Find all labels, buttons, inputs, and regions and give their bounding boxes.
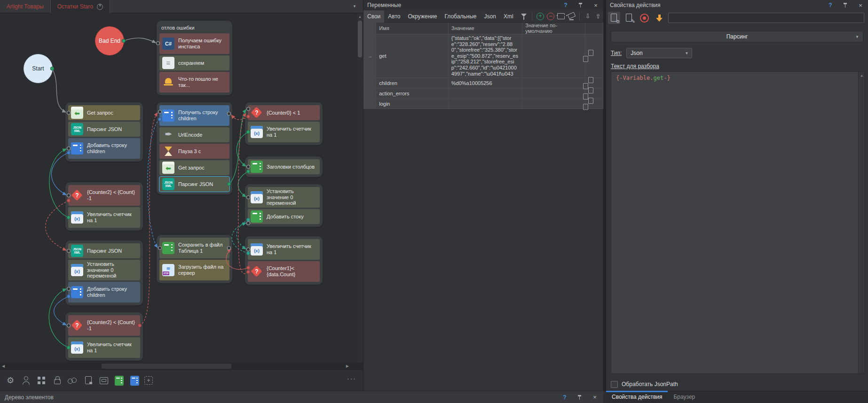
flowchart-canvas[interactable]: Start Bad End отлов ошибки Получаем ошиб…	[0, 13, 363, 363]
scrollbar-thumb[interactable]	[358, 21, 362, 57]
action-block[interactable]: Get запрос	[68, 105, 140, 120]
group-r2[interactable]: Заголовки столбцов	[245, 156, 323, 177]
vars-tab-xml[interactable]: Xml	[500, 10, 517, 23]
action-block[interactable]: сохраняем	[159, 55, 229, 70]
group-r1[interactable]: {Counter0} < 1 Увеличить счетчик на 1	[245, 102, 323, 145]
add-variable-icon[interactable]	[537, 13, 544, 20]
vars-tab-svoi[interactable]: Свои	[363, 10, 384, 23]
variable-default[interactable]	[522, 34, 585, 78]
condition-block[interactable]: {Counter0} < 1	[248, 105, 320, 120]
action-block[interactable]: Увеличить счетчик на 1	[248, 239, 320, 260]
columns-icon[interactable]	[556, 11, 566, 22]
properties-view-icon[interactable]	[608, 12, 620, 24]
action-block[interactable]: Получить строку children	[159, 105, 229, 126]
variable-default[interactable]	[522, 88, 585, 99]
condition-block[interactable]: {Counter2} < {Count} -1	[68, 315, 140, 336]
scrollbar-thumb[interactable]	[102, 364, 231, 369]
jsonpath-checkbox[interactable]	[611, 381, 618, 388]
scroll-right-icon[interactable]: ▶	[346, 364, 349, 368]
pin-icon[interactable]	[842, 1, 849, 9]
close-icon[interactable]	[591, 394, 599, 401]
action-block[interactable]: UrlEncode	[159, 127, 229, 142]
variable-row-children[interactable]: children %d0%a10005256	[364, 78, 603, 88]
help-icon[interactable]	[827, 1, 834, 9]
tab-list-dropdown-icon[interactable]	[353, 3, 356, 8]
lock-icon[interactable]	[51, 375, 63, 386]
tab-ostatki-staro[interactable]: Остатки Staro	[51, 0, 110, 13]
action-block[interactable]: Парсинг JSON	[68, 122, 140, 137]
tab-arlight-tovary[interactable]: Arlight Товары	[0, 0, 51, 13]
action-block[interactable]: Установить значение 0 переменной	[68, 260, 140, 280]
start-node[interactable]: Start	[24, 54, 53, 83]
variable-name[interactable]: login	[376, 99, 449, 109]
column-default[interactable]: Значение по-умолчанию	[522, 23, 585, 34]
move-up-icon[interactable]	[593, 11, 603, 22]
close-icon[interactable]	[857, 1, 864, 9]
action-block[interactable]: Пауза 3 с	[159, 144, 229, 159]
bad-end-node[interactable]: Bad End	[95, 26, 124, 55]
variable-default[interactable]	[522, 99, 585, 109]
variable-value[interactable]: %d0%a10005256	[448, 78, 522, 88]
group-r3[interactable]: Установить значение 0 переменной Добавит…	[245, 184, 323, 227]
archive-box-icon[interactable]	[98, 375, 109, 386]
variable-value[interactable]: {"status":"ok","data":[{"store":"328.260…	[448, 34, 522, 78]
group-m1[interactable]: Получить строку children UrlEncode Пауза…	[157, 102, 232, 194]
vars-tab-avto[interactable]: Авто	[384, 10, 404, 23]
action-block[interactable]: Парсинг JSON	[68, 243, 140, 258]
help-icon[interactable]	[562, 1, 569, 9]
action-type-select[interactable]: Парсинг ▼	[611, 31, 863, 42]
blue-table-icon[interactable]	[129, 375, 140, 386]
scroll-up-icon[interactable]: ▲	[357, 13, 363, 18]
variable-name[interactable]: children	[376, 78, 449, 88]
canvas-vertical-scrollbar[interactable]: ▲	[356, 13, 363, 363]
add-element-icon[interactable]	[144, 376, 153, 385]
settings-gear-icon[interactable]	[5, 375, 16, 386]
group-r4[interactable]: Увеличить счетчик на 1 {Counter1}< {data…	[245, 236, 323, 285]
action-block[interactable]: Сохранить в файл Таблица 1	[159, 238, 229, 258]
variable-name[interactable]: action_errors	[376, 88, 449, 99]
variable-value[interactable]	[448, 99, 522, 109]
vars-tab-globalnye[interactable]: Глобальные	[441, 10, 480, 23]
pin-icon[interactable]	[576, 394, 584, 401]
vars-tab-json[interactable]: Json	[481, 10, 500, 23]
elements-tree-bar[interactable]: Дерево элементов	[0, 391, 603, 403]
action-block[interactable]: Get запрос	[159, 160, 229, 175]
help-icon[interactable]	[561, 394, 568, 401]
green-table-icon[interactable]	[113, 375, 125, 386]
group-l1[interactable]: Get запрос Парсинг JSON Добавить строку …	[65, 102, 143, 162]
action-block-selected[interactable]: Парсинг JSON	[159, 177, 229, 192]
action-block[interactable]: Заголовки столбцов	[248, 159, 320, 174]
record-icon[interactable]	[638, 12, 650, 24]
action-block[interactable]: Установить значение 0 переменной	[248, 187, 320, 208]
variable-row-action-errors[interactable]: action_errors	[364, 88, 603, 99]
parse-text-editor[interactable]: {-Variable.get-}	[611, 71, 865, 374]
variable-value[interactable]	[448, 88, 522, 99]
scroll-left-icon[interactable]: ◀	[2, 364, 5, 368]
action-block[interactable]: Увеличить счетчик на 1	[68, 337, 140, 358]
group-m2[interactable]: Сохранить в файл Таблица 1 Загрузить фай…	[157, 235, 232, 283]
apply-down-arrow-icon[interactable]	[653, 12, 665, 24]
profile-user-icon[interactable]	[20, 375, 32, 386]
condition-block[interactable]: {Counter2} < {Count} -1	[68, 185, 140, 206]
tab-browser[interactable]: Браузер	[668, 391, 701, 400]
action-block[interactable]: Добавить стоку	[248, 209, 320, 224]
close-tab-icon[interactable]	[97, 4, 103, 10]
column-value[interactable]: Значение	[448, 23, 522, 34]
group-l3[interactable]: Парсинг JSON Установить значение 0 перем…	[65, 240, 143, 305]
variable-row-get[interactable]: → get {"status":"ok","data":[{"store":"3…	[364, 34, 603, 78]
action-block[interactable]: Что-то пошло не так...	[159, 72, 229, 93]
tab-properties[interactable]: Свойства действия	[606, 391, 668, 400]
action-block[interactable]: Добавить строку children	[68, 138, 140, 159]
action-block[interactable]: Получаем ошибку инстанса	[159, 33, 229, 54]
close-icon[interactable]	[592, 1, 600, 9]
action-block[interactable]: Увеличить счетчик на 1	[68, 207, 140, 228]
variable-name[interactable]: get	[376, 34, 449, 78]
column-name[interactable]: Имя	[376, 23, 449, 34]
link-icon[interactable]	[67, 375, 78, 386]
condition-block[interactable]: {Counter1}< {data.Count}	[248, 261, 320, 282]
action-block[interactable]: Увеличить счетчик на 1	[248, 122, 320, 142]
group-l2[interactable]: {Counter2} < {Count} -1 Увеличить счетчи…	[65, 182, 143, 231]
filter-icon[interactable]	[519, 11, 529, 22]
action-block[interactable]: Добавить строку children	[68, 282, 140, 302]
variable-row-login[interactable]: login	[364, 99, 603, 109]
